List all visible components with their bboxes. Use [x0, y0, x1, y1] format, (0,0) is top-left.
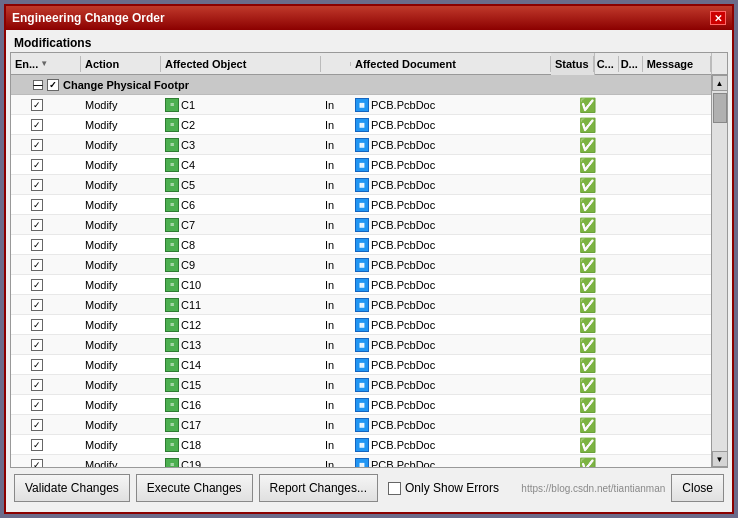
doc-name: PCB.PcbDoc [371, 219, 435, 231]
table-scroll[interactable]: — Change Physical Footpr Modify ≡ C1 In … [11, 75, 711, 467]
row-status-c: ✅ [575, 457, 599, 468]
row-enable [11, 338, 81, 352]
table-row: Modify ≡ C18 In ▦ PCB.PcbDoc ✅ [11, 435, 711, 455]
row-status-c: ✅ [575, 177, 599, 193]
scroll-down-button[interactable]: ▼ [712, 451, 728, 467]
group-label: Change Physical Footpr [63, 79, 189, 91]
row-in: In [321, 258, 351, 272]
component-icon: ≡ [165, 438, 179, 452]
row-message [623, 284, 711, 286]
row-affected-obj: ≡ C2 [161, 117, 321, 133]
window-body: Modifications En... ▼ Action Affected Ob… [6, 30, 732, 512]
row-status-c: ✅ [575, 157, 599, 173]
validate-changes-button[interactable]: Validate Changes [14, 474, 130, 502]
row-checkbox[interactable] [31, 319, 43, 331]
doc-name: PCB.PcbDoc [371, 419, 435, 431]
doc-name: PCB.PcbDoc [371, 279, 435, 291]
doc-name: PCB.PcbDoc [371, 239, 435, 251]
group-checkbox[interactable] [47, 79, 59, 91]
table-row: Modify ≡ C16 In ▦ PCB.PcbDoc ✅ [11, 395, 711, 415]
row-status-c: ✅ [575, 257, 599, 273]
row-affected-obj: ≡ C14 [161, 357, 321, 373]
table-row: Modify ≡ C7 In ▦ PCB.PcbDoc ✅ [11, 215, 711, 235]
col-in [321, 62, 351, 66]
status-ok-icon: ✅ [579, 218, 596, 232]
status-ok-icon: ✅ [579, 138, 596, 152]
pcb-icon: ▦ [355, 158, 369, 172]
status-ok-icon: ✅ [579, 298, 596, 312]
row-checkbox[interactable] [31, 159, 43, 171]
row-affected-obj: ≡ C17 [161, 417, 321, 433]
component-name: C8 [181, 239, 195, 251]
component-name: C17 [181, 419, 201, 431]
close-button[interactable]: Close [671, 474, 724, 502]
row-checkbox[interactable] [31, 179, 43, 191]
doc-name: PCB.PcbDoc [371, 459, 435, 468]
row-message [623, 184, 711, 186]
scroll-up-button[interactable]: ▲ [712, 75, 728, 91]
row-checkbox[interactable] [31, 279, 43, 291]
row-affected-doc: ▦ PCB.PcbDoc [351, 237, 551, 253]
row-status-c: ✅ [575, 117, 599, 133]
window-title: Engineering Change Order [12, 11, 165, 25]
only-show-errors-checkbox[interactable] [388, 482, 401, 495]
window-close-button[interactable]: ✕ [710, 11, 726, 25]
expand-button[interactable]: — [33, 80, 43, 90]
row-checkbox[interactable] [31, 439, 43, 451]
report-changes-button[interactable]: Report Changes... [259, 474, 378, 502]
row-affected-obj: ≡ C16 [161, 397, 321, 413]
scroll-thumb[interactable] [713, 93, 727, 123]
row-checkbox[interactable] [31, 459, 43, 468]
row-checkbox[interactable] [31, 119, 43, 131]
row-message [623, 244, 711, 246]
modifications-label: Modifications [10, 34, 728, 52]
table-row: Modify ≡ C9 In ▦ PCB.PcbDoc ✅ [11, 255, 711, 275]
component-name: C2 [181, 119, 195, 131]
component-icon: ≡ [165, 218, 179, 232]
row-status-d [599, 284, 623, 286]
status-ok-icon: ✅ [579, 398, 596, 412]
row-enable [11, 238, 81, 252]
row-action: Modify [81, 298, 161, 312]
row-in: In [321, 198, 351, 212]
row-affected-doc: ▦ PCB.PcbDoc [351, 217, 551, 233]
row-checkbox[interactable] [31, 199, 43, 211]
row-status-d [599, 164, 623, 166]
row-checkbox[interactable] [31, 299, 43, 311]
row-affected-obj: ≡ C4 [161, 157, 321, 173]
row-action: Modify [81, 98, 161, 112]
component-name: C6 [181, 199, 195, 211]
row-message [623, 344, 711, 346]
pcb-icon: ▦ [355, 198, 369, 212]
row-action: Modify [81, 138, 161, 152]
col-message: Message [643, 56, 711, 72]
row-checkbox[interactable] [31, 339, 43, 351]
row-checkbox[interactable] [31, 99, 43, 111]
component-name: C4 [181, 159, 195, 171]
component-name: C7 [181, 219, 195, 231]
row-affected-obj: ≡ C8 [161, 237, 321, 253]
row-enable [11, 218, 81, 232]
row-checkbox[interactable] [31, 239, 43, 251]
table-row: Modify ≡ C19 In ▦ PCB.PcbDoc ✅ [11, 455, 711, 467]
table-container: En... ▼ Action Affected Object Affected … [10, 52, 728, 468]
row-affected-obj: ≡ C7 [161, 217, 321, 233]
row-status-c: ✅ [575, 297, 599, 313]
scrollbar[interactable]: ▲ ▼ [711, 75, 727, 467]
row-status-c: ✅ [575, 337, 599, 353]
group-row: — Change Physical Footpr [11, 75, 711, 95]
row-checkbox[interactable] [31, 219, 43, 231]
main-window: Engineering Change Order ✕ Modifications… [4, 4, 734, 514]
row-checkbox[interactable] [31, 399, 43, 411]
row-checkbox[interactable] [31, 379, 43, 391]
table-row: Modify ≡ C1 In ▦ PCB.PcbDoc ✅ [11, 95, 711, 115]
row-checkbox[interactable] [31, 359, 43, 371]
row-affected-obj: ≡ C12 [161, 317, 321, 333]
row-checkbox[interactable] [31, 259, 43, 271]
row-status-d [599, 304, 623, 306]
component-icon: ≡ [165, 258, 179, 272]
row-checkbox[interactable] [31, 139, 43, 151]
row-checkbox[interactable] [31, 419, 43, 431]
pcb-icon: ▦ [355, 298, 369, 312]
execute-changes-button[interactable]: Execute Changes [136, 474, 253, 502]
